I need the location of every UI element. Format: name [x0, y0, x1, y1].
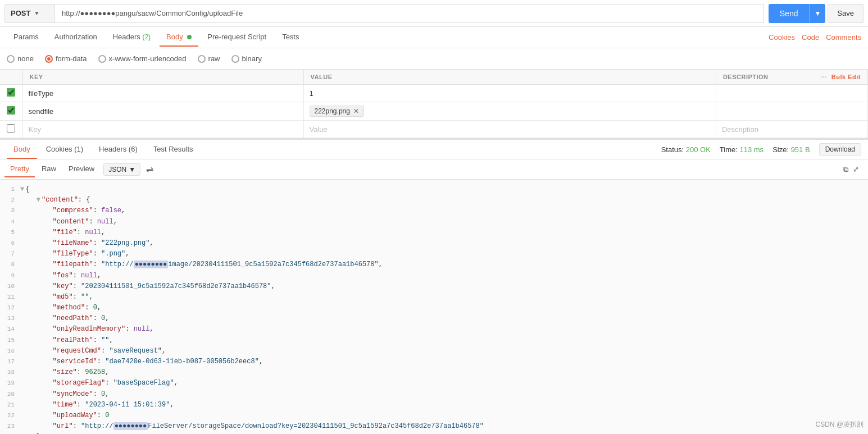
body-options: none form-data x-www-form-urlencoded raw…	[0, 48, 868, 70]
option-form-data[interactable]: form-data	[45, 54, 87, 63]
format-select[interactable]: JSON ▼	[103, 163, 140, 176]
row2-checkbox[interactable]	[7, 106, 15, 115]
row3-value[interactable]: Value	[303, 121, 716, 138]
line-number: 22	[0, 410, 20, 421]
code-line: 20 "syncMode": 0,	[0, 389, 868, 400]
code-line: 1 ▼{	[0, 184, 868, 195]
line-content: "syncMode": 0,	[20, 389, 868, 400]
table-row: fileType 1	[0, 85, 868, 102]
tab-headers[interactable]: Headers (2)	[106, 28, 157, 47]
rbt-raw[interactable]: Raw	[36, 161, 62, 177]
row1-value[interactable]: 1	[303, 85, 716, 102]
expand-icon[interactable]: ⤢	[853, 165, 859, 174]
rbt-preview[interactable]: Preview	[63, 161, 100, 177]
option-form-data-label: form-data	[56, 54, 87, 63]
row3-key[interactable]: Key	[22, 121, 303, 138]
time-value: 113 ms	[739, 145, 764, 154]
cookies-link[interactable]: Cookies	[769, 33, 795, 42]
save-button[interactable]: Save	[828, 4, 864, 23]
row2-key[interactable]: sendfile	[22, 102, 303, 121]
code-line: 3 "compress": false,	[0, 205, 868, 216]
line-number: 8	[0, 259, 20, 270]
radio-form-data	[45, 55, 53, 63]
format-label: JSON	[108, 166, 126, 173]
tab-pre-request-script[interactable]: Pre-request Script	[201, 28, 273, 47]
tab-tests[interactable]: Tests	[275, 28, 306, 47]
line-number: 3	[0, 205, 20, 216]
line-number: 18	[0, 367, 20, 378]
row1-key[interactable]: fileType	[22, 85, 303, 102]
code-line: 21 "time": "2023-04-11 15:01:39",	[0, 400, 868, 410]
code-line: 16 "requestCmd": "saveRequest",	[0, 346, 868, 357]
line-content: "key": "202304111501_9c5a1592a7c345f68d2…	[20, 281, 868, 292]
comments-link[interactable]: Comments	[826, 33, 861, 42]
resp-tab-body[interactable]: Body	[7, 140, 37, 159]
line-content: "realPath": "",	[20, 335, 868, 346]
code-line: 24 },	[0, 432, 868, 434]
row3-checkbox[interactable]	[7, 124, 15, 133]
code-line: 10 "key": "202304111501_9c5a1592a7c345f6…	[0, 281, 868, 292]
three-dots-button[interactable]: ···	[821, 74, 827, 80]
method-select[interactable]: POST ▼	[4, 4, 55, 23]
url-input[interactable]	[55, 4, 764, 23]
bulk-edit-button[interactable]: Bulk Edit	[831, 74, 861, 80]
option-binary[interactable]: binary	[231, 54, 262, 63]
line-number: 14	[0, 324, 20, 335]
option-urlencoded[interactable]: x-www-form-urlencoded	[98, 54, 187, 63]
line-content: "url": "http://●●●●●●●●FileServer/storag…	[20, 421, 868, 432]
th-description-label: DESCRIPTION	[723, 74, 769, 80]
time-label: Time: 113 ms	[720, 145, 764, 154]
row2-description[interactable]	[716, 102, 867, 121]
status-value: 200 OK	[686, 145, 711, 154]
copy-icon[interactable]: ⧉	[843, 165, 848, 174]
resp-tab-cookies[interactable]: Cookies (1)	[39, 140, 90, 159]
line-content: "fileType": ".png",	[20, 249, 868, 259]
tab-params[interactable]: Params	[7, 28, 46, 47]
send-button[interactable]: Send	[769, 4, 810, 23]
send-dropdown-button[interactable]: ▼	[809, 4, 825, 23]
line-content: "requestCmd": "saveRequest",	[20, 346, 868, 357]
line-number: 17	[0, 357, 20, 367]
code-line: 17 "serviceId": "dae7420e-0d63-11eb-b087…	[0, 357, 868, 367]
table-row: sendfile 222png.png ✕	[0, 102, 868, 121]
tab-authorization[interactable]: Authorization	[48, 28, 104, 47]
size-label: Size: 951 B	[772, 145, 810, 154]
row1-checkbox[interactable]	[7, 88, 15, 97]
resp-tab-test-results[interactable]: Test Results	[147, 140, 200, 159]
response-body-tabs: Pretty Raw Preview JSON ▼ ⇌ ⧉ ⤢	[0, 159, 868, 180]
file-remove-icon[interactable]: ✕	[353, 107, 359, 115]
option-raw[interactable]: raw	[198, 54, 220, 63]
code-line: 12 "method": 0,	[0, 303, 868, 313]
line-content: "storageFlag": "baseSpaceFlag",	[20, 378, 868, 389]
row1-description[interactable]	[716, 85, 867, 102]
code-line: 18 "size": 96258,	[0, 367, 868, 378]
tab-body[interactable]: Body	[160, 28, 198, 47]
th-value: VALUE	[303, 70, 716, 85]
row3-description[interactable]: Description	[716, 121, 867, 138]
code-area[interactable]: 1 ▼{ 2 ▼"content": { 3 "compress": false…	[0, 180, 868, 434]
line-number: 12	[0, 303, 20, 313]
code-line: 4 "content": null,	[0, 217, 868, 227]
code-link[interactable]: Code	[802, 33, 819, 42]
line-number: 5	[0, 227, 20, 238]
wrap-icon[interactable]: ⇌	[146, 164, 153, 175]
option-none[interactable]: none	[7, 54, 34, 63]
option-raw-label: raw	[208, 54, 220, 63]
line-content: "compress": false,	[20, 205, 868, 216]
key-placeholder: Key	[29, 125, 41, 134]
response-status: Status: 200 OK Time: 113 ms Size: 951 B …	[661, 143, 861, 156]
th-key: KEY	[22, 70, 303, 85]
radio-binary	[231, 55, 239, 63]
size-value: 951 B	[791, 145, 810, 154]
file-tag: 222png.png ✕	[310, 106, 364, 117]
row2-value[interactable]: 222png.png ✕	[303, 102, 716, 121]
line-content: "file": null,	[20, 227, 868, 238]
file-name: 222png.png	[315, 107, 350, 115]
line-content: "onlyReadInMemory": null,	[20, 324, 868, 335]
download-button[interactable]: Download	[819, 143, 861, 156]
rbt-pretty[interactable]: Pretty	[4, 161, 35, 177]
th-description: DESCRIPTION ··· Bulk Edit	[716, 70, 867, 85]
resp-tab-headers[interactable]: Headers (6)	[92, 140, 144, 159]
response-tabs: Body Cookies (1) Headers (6) Test Result…	[0, 138, 868, 159]
line-number: 1	[0, 184, 20, 195]
